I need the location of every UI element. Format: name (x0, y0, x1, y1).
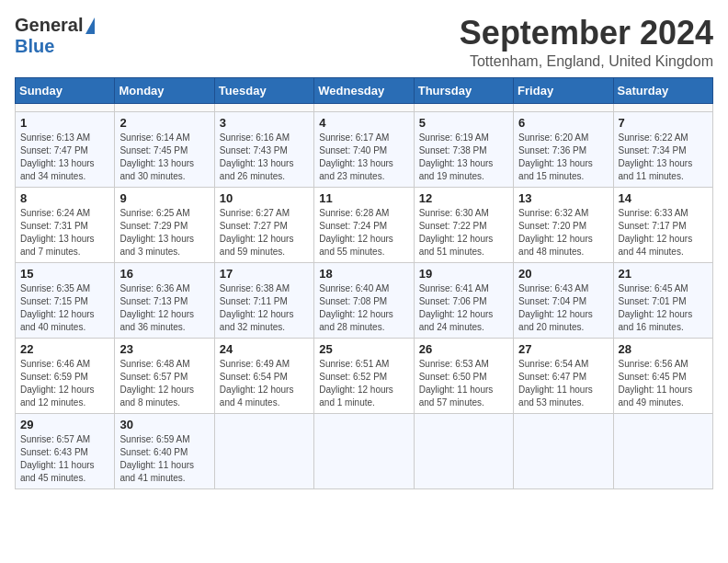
logo-general: General (15, 15, 83, 36)
day-info: Sunrise: 6:33 AM Sunset: 7:17 PM Dayligh… (619, 207, 708, 259)
col-header-wednesday: Wednesday (314, 77, 414, 103)
calendar-cell: 29Sunrise: 6:57 AM Sunset: 6:43 PM Dayli… (16, 413, 115, 488)
day-info: Sunrise: 6:46 AM Sunset: 6:59 PM Dayligh… (20, 358, 109, 409)
day-info: Sunrise: 6:16 AM Sunset: 7:43 PM Dayligh… (220, 132, 309, 183)
day-info: Sunrise: 6:56 AM Sunset: 6:45 PM Dayligh… (619, 358, 708, 409)
logo-blue: Blue (15, 36, 54, 56)
calendar-cell (214, 103, 313, 111)
day-info: Sunrise: 6:40 AM Sunset: 7:08 PM Dayligh… (319, 282, 408, 334)
col-header-saturday: Saturday (613, 77, 712, 103)
day-info: Sunrise: 6:24 AM Sunset: 7:31 PM Dayligh… (20, 207, 109, 259)
calendar-cell: 18Sunrise: 6:40 AM Sunset: 7:08 PM Dayli… (314, 262, 414, 338)
day-info: Sunrise: 6:20 AM Sunset: 7:36 PM Dayligh… (518, 132, 608, 183)
col-header-sunday: Sunday (16, 77, 115, 103)
day-info: Sunrise: 6:13 AM Sunset: 7:47 PM Dayligh… (20, 132, 109, 183)
calendar-cell (514, 413, 613, 488)
day-number: 8 (20, 191, 109, 205)
day-number: 20 (518, 267, 608, 281)
day-info: Sunrise: 6:38 AM Sunset: 7:11 PM Dayligh… (220, 282, 309, 334)
day-number: 23 (119, 342, 209, 356)
title-block: September 2024 Tottenham, England, Unite… (460, 15, 713, 70)
calendar-cell: 12Sunrise: 6:30 AM Sunset: 7:22 PM Dayli… (414, 187, 513, 262)
day-number: 27 (518, 342, 608, 356)
day-info: Sunrise: 6:43 AM Sunset: 7:04 PM Dayligh… (518, 282, 608, 334)
calendar-cell (613, 103, 712, 111)
day-number: 25 (319, 342, 408, 356)
day-number: 15 (20, 267, 109, 281)
calendar-cell: 2Sunrise: 6:14 AM Sunset: 7:45 PM Daylig… (115, 111, 214, 187)
month-title: September 2024 (460, 15, 713, 52)
day-number: 22 (20, 342, 109, 356)
day-number: 13 (518, 191, 608, 205)
calendar-cell (115, 103, 214, 111)
calendar-cell (613, 413, 712, 488)
day-number: 3 (220, 116, 309, 130)
day-number: 4 (319, 116, 408, 130)
day-number: 7 (619, 116, 708, 130)
day-number: 6 (518, 116, 608, 130)
calendar-cell: 15Sunrise: 6:35 AM Sunset: 7:15 PM Dayli… (16, 262, 115, 338)
col-header-friday: Friday (514, 77, 613, 103)
col-header-monday: Monday (115, 77, 214, 103)
calendar-cell (214, 413, 313, 488)
calendar-cell: 30Sunrise: 6:59 AM Sunset: 6:40 PM Dayli… (115, 413, 214, 488)
day-number: 29 (20, 418, 109, 431)
day-number: 28 (619, 342, 708, 356)
day-info: Sunrise: 6:28 AM Sunset: 7:24 PM Dayligh… (319, 207, 408, 259)
calendar-cell (314, 413, 414, 488)
col-header-tuesday: Tuesday (214, 77, 313, 103)
calendar-cell: 13Sunrise: 6:32 AM Sunset: 7:20 PM Dayli… (514, 187, 613, 262)
calendar-cell: 7Sunrise: 6:22 AM Sunset: 7:34 PM Daylig… (613, 111, 712, 187)
calendar-cell: 17Sunrise: 6:38 AM Sunset: 7:11 PM Dayli… (214, 262, 313, 338)
day-info: Sunrise: 6:19 AM Sunset: 7:38 PM Dayligh… (419, 132, 508, 183)
calendar-cell (314, 103, 414, 111)
calendar-cell: 9Sunrise: 6:25 AM Sunset: 7:29 PM Daylig… (115, 187, 214, 262)
logo-triangle (85, 17, 95, 34)
calendar-cell: 28Sunrise: 6:56 AM Sunset: 6:45 PM Dayli… (613, 338, 712, 413)
calendar-cell: 8Sunrise: 6:24 AM Sunset: 7:31 PM Daylig… (16, 187, 115, 262)
calendar-cell: 1Sunrise: 6:13 AM Sunset: 7:47 PM Daylig… (16, 111, 115, 187)
day-number: 30 (119, 418, 209, 431)
calendar-cell: 25Sunrise: 6:51 AM Sunset: 6:52 PM Dayli… (314, 338, 414, 413)
day-info: Sunrise: 6:25 AM Sunset: 7:29 PM Dayligh… (119, 207, 209, 259)
day-number: 24 (220, 342, 309, 356)
day-number: 19 (419, 267, 508, 281)
calendar-cell: 27Sunrise: 6:54 AM Sunset: 6:47 PM Dayli… (514, 338, 613, 413)
day-info: Sunrise: 6:59 AM Sunset: 6:40 PM Dayligh… (119, 433, 209, 485)
calendar-cell (514, 103, 613, 111)
calendar-table: SundayMondayTuesdayWednesdayThursdayFrid… (15, 77, 713, 489)
calendar-cell: 26Sunrise: 6:53 AM Sunset: 6:50 PM Dayli… (414, 338, 513, 413)
day-number: 10 (220, 191, 309, 205)
calendar-cell: 5Sunrise: 6:19 AM Sunset: 7:38 PM Daylig… (414, 111, 513, 187)
day-info: Sunrise: 6:49 AM Sunset: 6:54 PM Dayligh… (220, 358, 309, 409)
day-info: Sunrise: 6:27 AM Sunset: 7:27 PM Dayligh… (220, 207, 309, 259)
calendar-cell: 3Sunrise: 6:16 AM Sunset: 7:43 PM Daylig… (214, 111, 313, 187)
day-info: Sunrise: 6:36 AM Sunset: 7:13 PM Dayligh… (119, 282, 209, 334)
calendar-cell: 11Sunrise: 6:28 AM Sunset: 7:24 PM Dayli… (314, 187, 414, 262)
day-number: 11 (319, 191, 408, 205)
location: Tottenham, England, United Kingdom (460, 53, 713, 70)
day-info: Sunrise: 6:30 AM Sunset: 7:22 PM Dayligh… (419, 207, 508, 259)
day-number: 21 (619, 267, 708, 281)
calendar-cell (414, 413, 513, 488)
calendar-cell: 22Sunrise: 6:46 AM Sunset: 6:59 PM Dayli… (16, 338, 115, 413)
day-info: Sunrise: 6:35 AM Sunset: 7:15 PM Dayligh… (20, 282, 109, 334)
calendar-cell: 4Sunrise: 6:17 AM Sunset: 7:40 PM Daylig… (314, 111, 414, 187)
day-number: 9 (119, 191, 209, 205)
day-info: Sunrise: 6:51 AM Sunset: 6:52 PM Dayligh… (319, 358, 408, 409)
day-number: 18 (319, 267, 408, 281)
day-info: Sunrise: 6:22 AM Sunset: 7:34 PM Dayligh… (619, 132, 708, 183)
day-number: 17 (220, 267, 309, 281)
calendar-cell: 21Sunrise: 6:45 AM Sunset: 7:01 PM Dayli… (613, 262, 712, 338)
calendar-cell: 23Sunrise: 6:48 AM Sunset: 6:57 PM Dayli… (115, 338, 214, 413)
day-number: 1 (20, 116, 109, 130)
page-header: General Blue September 2024 Tottenham, E… (15, 15, 713, 70)
day-info: Sunrise: 6:54 AM Sunset: 6:47 PM Dayligh… (518, 358, 608, 409)
day-number: 16 (119, 267, 209, 281)
day-number: 5 (419, 116, 508, 130)
calendar-cell: 10Sunrise: 6:27 AM Sunset: 7:27 PM Dayli… (214, 187, 313, 262)
day-number: 12 (419, 191, 508, 205)
calendar-cell (16, 103, 115, 111)
col-header-thursday: Thursday (414, 77, 513, 103)
calendar-cell: 20Sunrise: 6:43 AM Sunset: 7:04 PM Dayli… (514, 262, 613, 338)
